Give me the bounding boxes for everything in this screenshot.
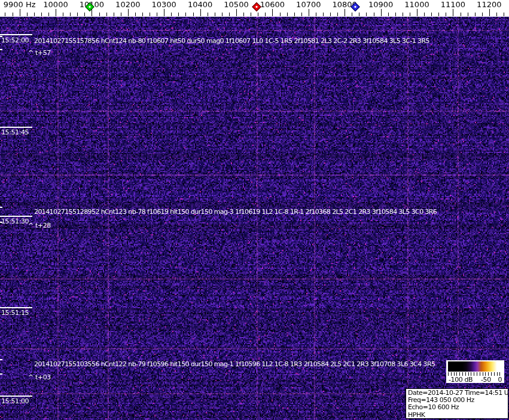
scale-label-min: -100 dB (449, 376, 473, 384)
ruler-tick (41, 13, 42, 16)
scale-label-mid: -50 (481, 376, 491, 384)
ruler-tick (142, 13, 143, 16)
ruler-tick (316, 13, 316, 16)
ruler-tick (381, 9, 382, 16)
ruler-tick (258, 13, 258, 16)
ruler-tick (70, 13, 71, 16)
ruler-tick (438, 13, 439, 16)
ruler-tick (280, 13, 281, 16)
ruler-tick (431, 13, 432, 16)
ruler-tick (27, 13, 28, 16)
ruler-tick (496, 13, 497, 16)
ruler-tick (178, 13, 179, 16)
ruler-tick (157, 13, 157, 16)
ruler-tick (475, 13, 476, 16)
ruler-tick (135, 13, 136, 16)
ruler-tick (56, 9, 56, 16)
ruler-tick (395, 13, 396, 16)
ruler-label: 10400 (188, 0, 212, 9)
info-station-line: HPHK (408, 412, 508, 419)
ruler-tick (229, 13, 230, 16)
ruler-tick (150, 13, 150, 16)
ruler-tick (251, 13, 251, 16)
ruler-tick (200, 9, 201, 16)
ruler-tick (374, 13, 374, 16)
ruler-tick (482, 13, 483, 16)
ruler-tick (287, 13, 288, 16)
spectrogram-canvas[interactable] (0, 17, 509, 420)
frequency-ruler[interactable]: 9900 Hz100001010010200103001040010500106… (0, 0, 509, 17)
ruler-tick (403, 13, 403, 16)
ruler-tick (222, 13, 223, 16)
spectrogram-app: 9900 Hz100001010010200103001040010500106… (0, 0, 509, 420)
ruler-tick (424, 13, 425, 16)
ruler-tick (171, 13, 172, 16)
ruler-tick (388, 13, 389, 16)
ruler-tick (13, 13, 13, 16)
ruler-tick (114, 13, 114, 16)
ruler-tick (330, 13, 331, 16)
ruler-tick (106, 13, 107, 16)
ruler-tick (417, 9, 417, 16)
ruler-label: 9900 Hz (4, 0, 36, 9)
ruler-tick (208, 13, 208, 16)
ruler-tick (121, 13, 121, 16)
ruler-label: 11000 (404, 0, 429, 9)
ruler-tick (504, 13, 504, 16)
color-gradient-bar (448, 361, 502, 372)
ruler-tick (164, 9, 164, 16)
ruler-tick (193, 13, 194, 16)
ruler-tick (34, 13, 35, 16)
ruler-tick (323, 13, 324, 16)
ruler-label: 10200 (115, 0, 140, 9)
ruler-label: 10700 (296, 0, 321, 9)
ruler-tick (92, 9, 92, 16)
ruler-tick (410, 13, 410, 16)
ruler-label: 11100 (441, 0, 465, 9)
ruler-tick (468, 13, 468, 16)
ruler-tick (359, 13, 359, 16)
ruler-tick (185, 13, 186, 16)
ruler-tick (337, 13, 338, 16)
ruler-tick (352, 13, 352, 16)
ruler-tick (128, 9, 129, 16)
ruler-tick (272, 9, 273, 16)
ruler-tick (309, 9, 309, 16)
ruler-tick (236, 9, 237, 16)
ruler-tick (48, 13, 49, 16)
ruler-label: 10300 (152, 0, 176, 9)
ruler-tick (77, 13, 78, 16)
ruler-tick (63, 13, 63, 16)
ruler-tick (294, 13, 295, 16)
ruler-tick (215, 13, 215, 16)
scale-label-max: 0 (498, 376, 502, 384)
ruler-tick (243, 13, 244, 16)
ruler-label: 10600 (260, 0, 285, 9)
status-info-box: Date=2014-10-27 Time=14:51 UTC Freq=143 … (406, 388, 508, 419)
ruler-tick (301, 13, 302, 16)
ruler-tick (366, 13, 367, 16)
ruler-tick (20, 9, 20, 16)
ruler-tick (461, 13, 461, 16)
ruler-tick (84, 13, 85, 16)
ruler-tick (345, 9, 345, 16)
ruler-tick (5, 13, 5, 16)
db-color-scale: -100 dB -50 0 (446, 360, 504, 383)
ruler-label: 11200 (477, 0, 501, 9)
ruler-tick (99, 13, 100, 16)
ruler-tick (489, 9, 490, 16)
ruler-label: 10000 (43, 0, 68, 9)
ruler-tick (446, 13, 446, 16)
ruler-label: 10900 (368, 0, 393, 9)
ruler-tick (453, 9, 453, 16)
ruler-tick (265, 13, 266, 16)
ruler-label: 10500 (224, 0, 248, 9)
info-echo-line: Echo=10 600 Hz (408, 404, 508, 411)
